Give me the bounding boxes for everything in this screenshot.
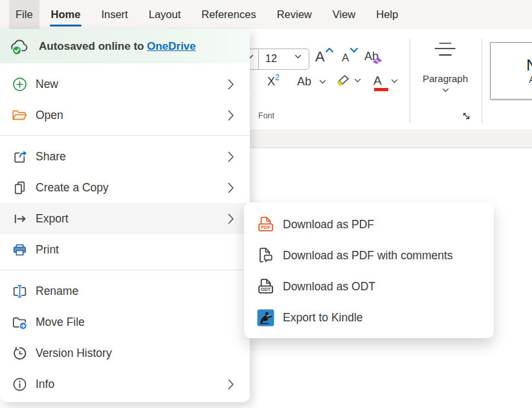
- chevron-right-icon: [228, 379, 234, 390]
- kindle-icon: [257, 309, 274, 327]
- grow-font-button[interactable]: A: [315, 50, 325, 64]
- chevron-down-icon: [319, 80, 326, 85]
- file-menu-list: New Open Share Cr: [0, 63, 250, 400]
- svg-text:PDF: PDF: [261, 224, 271, 230]
- text-highlight-button[interactable]: [335, 73, 351, 89]
- combo-divider: [258, 49, 259, 69]
- tab-home[interactable]: Home: [51, 0, 81, 29]
- rename-icon: [12, 283, 28, 299]
- caret-down-icon: [349, 47, 359, 53]
- chevron-down-icon: [442, 88, 449, 93]
- export-arrow-icon: [12, 211, 28, 227]
- menu-item-share[interactable]: Share: [0, 141, 250, 172]
- pdf-file-icon: PDF: [256, 215, 275, 234]
- printer-icon: [12, 242, 28, 258]
- chevron-down-icon: [391, 79, 398, 84]
- submenu-item-export-to-kindle[interactable]: Export to Kindle: [244, 302, 494, 333]
- caret-up-icon: [325, 47, 334, 53]
- tab-help[interactable]: Help: [376, 0, 398, 29]
- menu-item-rename[interactable]: Rename: [0, 275, 250, 306]
- menu-item-create-a-copy[interactable]: Create a Copy: [0, 172, 250, 203]
- tab-insert[interactable]: Insert: [101, 0, 127, 29]
- style-gallery-normal-tile[interactable]: N A: [490, 42, 532, 100]
- menu-divider: [0, 135, 250, 136]
- onedrive-link[interactable]: OneDrive: [147, 40, 196, 52]
- chevron-right-icon: [228, 213, 234, 224]
- ribbon-group-divider: [482, 39, 482, 123]
- odt-file-icon: ODT: [256, 277, 275, 296]
- paragraph-dialog-launcher-icon[interactable]: [462, 112, 472, 122]
- new-plus-icon: [12, 76, 28, 92]
- paragraph-group-button[interactable]: Paragraph: [419, 41, 471, 96]
- superscript-button[interactable]: X 2: [267, 76, 280, 87]
- move-file-icon: [11, 314, 28, 330]
- ribbon-group-divider: [410, 39, 410, 123]
- font-color-swatch: [374, 88, 388, 91]
- cloud-check-icon: [10, 38, 30, 56]
- export-submenu-panel: PDF Download as PDF Download as PDF with…: [244, 202, 494, 338]
- file-menu-panel: Autosaved online to OneDrive New Open: [0, 29, 250, 402]
- chevron-right-icon: [228, 151, 234, 162]
- eraser-icon: [370, 52, 384, 65]
- copy-icon: [12, 180, 28, 196]
- submenu-item-download-as-pdf[interactable]: PDF Download as PDF: [244, 209, 494, 240]
- chevron-right-icon: [228, 182, 234, 193]
- tab-file[interactable]: File: [9, 0, 39, 29]
- share-icon: [12, 149, 28, 165]
- version-history-icon: [12, 345, 28, 361]
- autosave-banner: Autosaved online to OneDrive: [0, 29, 250, 63]
- tab-view[interactable]: View: [333, 0, 355, 29]
- menu-divider: [0, 270, 250, 270]
- menu-item-open[interactable]: Open: [0, 100, 250, 131]
- font-size-dropdown-icon[interactable]: [294, 54, 302, 59]
- shrink-font-button[interactable]: A: [342, 52, 349, 63]
- highlighter-icon: [335, 73, 351, 89]
- chevron-right-icon: [228, 110, 234, 121]
- clear-formatting-button[interactable]: Ab: [364, 50, 379, 62]
- submenu-item-download-as-odt[interactable]: ODT Download as ODT: [244, 271, 494, 302]
- change-case-button[interactable]: Ab: [297, 76, 311, 87]
- chevron-down-icon: [354, 78, 361, 83]
- menu-item-version-history[interactable]: Version History: [0, 338, 250, 369]
- paragraph-lines-icon: [432, 41, 458, 58]
- font-group-label: Font: [258, 111, 274, 120]
- open-folder-icon: [11, 107, 28, 123]
- menu-item-info[interactable]: Info: [0, 369, 250, 400]
- menu-item-new[interactable]: New: [0, 69, 250, 100]
- ribbon-tab-bar: File Home Insert Layout References Revie…: [0, 0, 532, 29]
- tab-review[interactable]: Review: [277, 0, 312, 29]
- paragraph-group-label: Paragraph: [419, 73, 471, 84]
- pdf-comments-icon: [256, 246, 275, 265]
- autosave-text: Autosaved online to: [39, 40, 144, 52]
- font-size-value[interactable]: 12: [265, 53, 277, 65]
- menu-item-export[interactable]: Export: [0, 203, 250, 234]
- chevron-right-icon: [228, 79, 234, 90]
- info-icon: [12, 376, 28, 392]
- svg-text:ODT: ODT: [261, 286, 271, 292]
- menu-item-move-file[interactable]: Move File: [0, 306, 250, 338]
- submenu-item-download-as-pdf-with-comments[interactable]: Download as PDF with comments: [244, 240, 494, 271]
- tab-references[interactable]: References: [201, 0, 256, 29]
- menu-item-print[interactable]: Print: [0, 234, 250, 265]
- tab-layout[interactable]: Layout: [149, 0, 181, 29]
- font-color-button[interactable]: A: [373, 74, 382, 87]
